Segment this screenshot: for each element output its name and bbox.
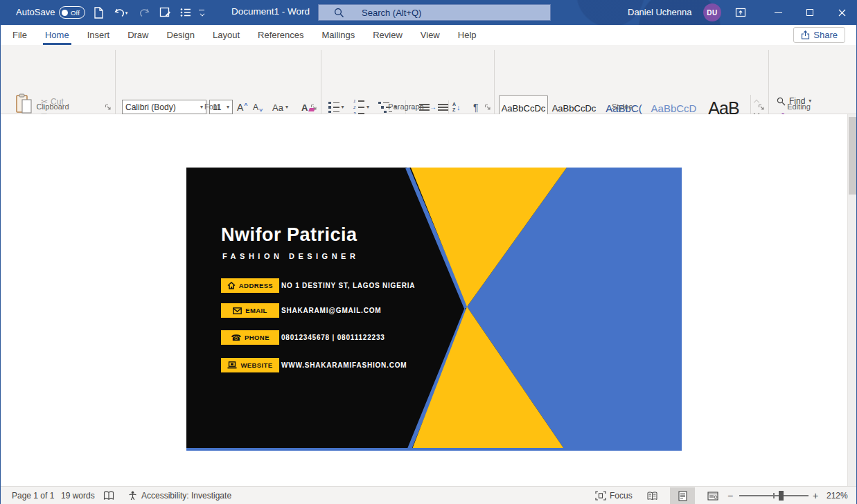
- tab-insert[interactable]: Insert: [78, 25, 119, 45]
- website-badge: WEBSITE: [221, 358, 279, 372]
- tab-references[interactable]: References: [249, 25, 312, 45]
- tab-view[interactable]: View: [412, 25, 449, 45]
- save-button[interactable]: [156, 3, 174, 21]
- new-document-icon: [94, 7, 104, 19]
- proofing-button[interactable]: [103, 487, 114, 504]
- close-button[interactable]: [826, 0, 857, 25]
- sort-button[interactable]: AZ↓: [452, 100, 461, 115]
- autosave-toggle[interactable]: Off: [59, 6, 85, 19]
- tab-mailings[interactable]: Mailings: [313, 25, 364, 45]
- zoom-out-button[interactable]: −: [727, 487, 733, 504]
- tab-design[interactable]: Design: [158, 25, 204, 45]
- bullet-list-button[interactable]: [177, 3, 195, 21]
- address-label: ADDRESS: [239, 282, 273, 289]
- tab-file[interactable]: File: [3, 25, 36, 45]
- website-value: WWW.SHAKARAMIFASHION.COM: [281, 358, 407, 372]
- pilcrow-icon: ¶: [473, 102, 479, 113]
- accessibility-button[interactable]: Accessibility: Investigate: [127, 487, 231, 504]
- tab-review[interactable]: Review: [364, 25, 412, 45]
- print-layout-button[interactable]: [670, 487, 695, 504]
- style-heading2-sample: AaBbCcD: [651, 102, 697, 114]
- word-count[interactable]: 19 words: [61, 487, 95, 504]
- bullet-list-icon: [180, 8, 191, 17]
- styles-dialog-launcher[interactable]: [758, 102, 766, 109]
- phone-badge: ☎ PHONE: [221, 330, 279, 345]
- focus-icon: [595, 491, 606, 501]
- share-button[interactable]: Share: [793, 27, 845, 43]
- shrink-font-icon: A: [253, 102, 258, 112]
- zoom-level[interactable]: 212%: [827, 487, 848, 504]
- undo-button[interactable]: ▾: [109, 3, 132, 21]
- clipboard-dialog-launcher[interactable]: [105, 102, 112, 109]
- scrollbar-thumb[interactable]: [849, 117, 856, 195]
- card-row-address: ADDRESS NO 1 DESTINY ST, LAGOS NIGERIA: [221, 278, 279, 293]
- search-input[interactable]: [319, 5, 550, 20]
- paragraph-dialog-launcher[interactable]: [484, 102, 492, 109]
- avatar[interactable]: DU: [703, 3, 721, 21]
- tab-home[interactable]: Home: [36, 25, 78, 45]
- font-dialog-launcher[interactable]: [310, 102, 318, 109]
- business-card-image[interactable]: Nwifor Patricia FASHION DESIGNER ADDRESS…: [186, 168, 682, 451]
- tab-layout[interactable]: Layout: [204, 25, 249, 45]
- document-title: Document1 - Word: [231, 6, 310, 17]
- sort-icon: AZ↓: [452, 102, 461, 112]
- user-name[interactable]: Daniel Uchenna: [628, 7, 692, 17]
- page-indicator[interactable]: Page 1 of 1: [12, 487, 54, 504]
- autosave-state: Off: [71, 9, 80, 17]
- undo-icon: [114, 8, 125, 18]
- tab-help[interactable]: Help: [449, 25, 486, 45]
- word-window: AutoSave Off ▾ Document1 - Word Daniel U…: [0, 0, 857, 504]
- maximize-button[interactable]: [794, 0, 826, 25]
- ribbon-display-options-icon: [735, 7, 746, 18]
- vertical-scrollbar[interactable]: [847, 114, 856, 486]
- paragraph-group-label: Paragraph: [378, 102, 434, 111]
- ribbon-tab-row: File Home Insert Draw Design Layout Refe…: [1, 25, 856, 45]
- zoom-slider-thumb[interactable]: [779, 491, 784, 501]
- customize-quick-access-toolbar-icon[interactable]: [199, 10, 205, 16]
- ribbon-display-options-button[interactable]: [727, 0, 754, 25]
- zoom-in-button[interactable]: +: [813, 487, 818, 504]
- email-badge: EMAIL: [221, 303, 279, 318]
- bullets-button[interactable]: ▾: [328, 100, 344, 115]
- show-hide-paragraph-button[interactable]: ¶: [473, 100, 479, 115]
- focus-label: Focus: [610, 491, 633, 501]
- font-group-label: Font: [184, 102, 240, 111]
- shrink-font-button[interactable]: A^: [253, 100, 263, 115]
- document-canvas[interactable]: Nwifor Patricia FASHION DESIGNER ADDRESS…: [1, 114, 856, 486]
- font-family-value: Calibri (Body): [125, 102, 176, 112]
- minimize-icon: [775, 12, 782, 13]
- phone-label: PHONE: [245, 334, 270, 341]
- read-mode-icon: [646, 492, 658, 501]
- minimize-button[interactable]: [762, 0, 794, 25]
- search-box[interactable]: [318, 4, 551, 21]
- read-mode-button[interactable]: [639, 487, 664, 504]
- numbering-icon: 123: [353, 99, 364, 116]
- focus-button[interactable]: Focus: [595, 487, 633, 504]
- redo-icon: [139, 8, 150, 18]
- undo-dropdown-icon: ▾: [125, 10, 128, 15]
- address-badge: ADDRESS: [221, 278, 279, 293]
- card-person-name: Nwifor Patricia: [221, 224, 357, 246]
- email-value: SHAKARAMI@GMAIL.COM: [281, 303, 381, 318]
- card-person-role: FASHION DESIGNER: [222, 252, 359, 260]
- card-row-email: EMAIL SHAKARAMI@GMAIL.COM: [221, 303, 279, 318]
- numbering-button[interactable]: 123 ▾: [353, 100, 369, 115]
- print-layout-icon: [678, 491, 687, 501]
- zoom-slider-center-tick: [773, 493, 775, 498]
- card-row-website: WEBSITE WWW.SHAKARAMIFASHION.COM: [221, 358, 279, 372]
- web-layout-button[interactable]: [700, 487, 725, 504]
- editing-group-label: Editing: [771, 102, 827, 111]
- redo-button-disabled[interactable]: [135, 3, 153, 21]
- share-label: Share: [813, 30, 838, 40]
- ribbon: Paste ▾ ✂ Cut Copy Format Painter Clipbo…: [1, 45, 856, 114]
- change-case-button[interactable]: Aa▾: [272, 100, 288, 115]
- laptop-icon: [227, 361, 237, 369]
- web-layout-icon: [707, 492, 718, 501]
- status-bar: Page 1 of 1 19 words Accessibility: Inve…: [1, 486, 856, 504]
- change-case-icon: Aa: [272, 102, 283, 113]
- email-label: EMAIL: [245, 307, 267, 314]
- tab-draw[interactable]: Draw: [118, 25, 157, 45]
- phone-value: 08012345678 | 08011122233: [281, 330, 385, 345]
- new-document-button[interactable]: [89, 3, 107, 21]
- styles-group-label: Styles: [594, 102, 650, 111]
